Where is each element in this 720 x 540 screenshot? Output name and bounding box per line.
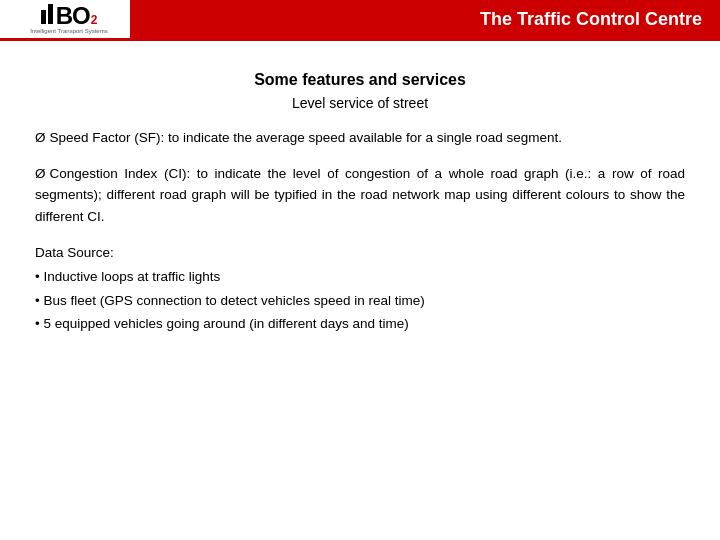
section-title: Some features and services — [35, 71, 685, 89]
datasource-block: Data Source: • Inductive loops at traffi… — [35, 241, 685, 336]
speed-factor-block: ØSpeed Factor (SF): to indicate the aver… — [35, 127, 685, 149]
congestion-index-block: ØCongestion Index (CI): to indicate the … — [35, 163, 685, 228]
section-subtitle: Level service of street — [35, 95, 685, 111]
main-content: Some features and services Level service… — [0, 41, 720, 356]
logo-bars — [41, 2, 55, 24]
logo-bar2 — [48, 4, 53, 24]
block1-text: Speed Factor (SF): to indicate the avera… — [50, 130, 563, 145]
block2-prefix: Ø — [35, 166, 46, 181]
datasource-item-2: • Bus fleet (GPS connection to detect ve… — [35, 289, 685, 313]
logo-area: BO 2 Intelligent Transport Systems — [0, 0, 130, 38]
header-bar: BO 2 Intelligent Transport Systems The T… — [0, 0, 720, 38]
logo-subscript: 2 — [91, 14, 98, 26]
datasource-header: Data Source: — [35, 241, 685, 265]
datasource-item-1: • Inductive loops at traffic lights — [35, 265, 685, 289]
logo-letters: BO — [56, 4, 90, 28]
header-title: The Traffic Control Centre — [480, 9, 702, 30]
block2-text: Congestion Index (CI): to indicate the l… — [35, 166, 685, 224]
datasource-item-3: • 5 equipped vehicles going around (in d… — [35, 312, 685, 336]
logo-bar1 — [41, 10, 46, 24]
block1-prefix: Ø — [35, 130, 46, 145]
logo-tagline: Intelligent Transport Systems — [30, 28, 107, 36]
